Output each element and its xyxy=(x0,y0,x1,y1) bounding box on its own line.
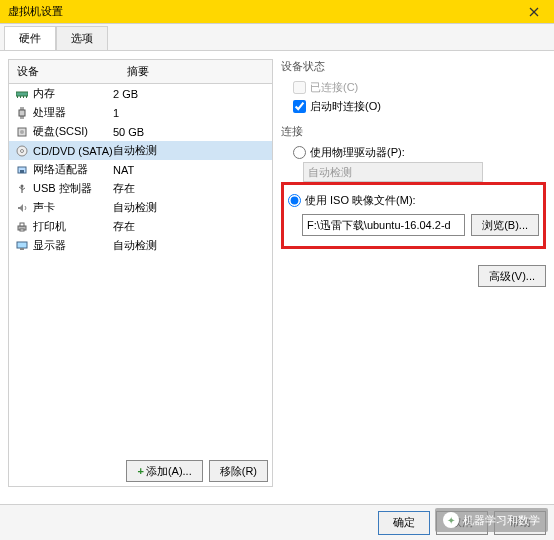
memory-icon xyxy=(15,88,29,100)
connect-on-power-row[interactable]: 启动时连接(O) xyxy=(281,97,546,116)
svg-rect-3 xyxy=(17,96,18,98)
device-name: 显示器 xyxy=(33,238,66,253)
col-summary: 摘要 xyxy=(119,60,272,83)
sound-icon xyxy=(15,202,29,214)
device-summary: 自动检测 xyxy=(113,143,266,158)
status-title: 设备状态 xyxy=(281,59,546,74)
svg-rect-17 xyxy=(20,170,24,173)
hardware-panel: 设备 摘要 内存2 GB处理器1硬盘(SCSI)50 GBCD/DVD (SAT… xyxy=(8,59,273,487)
device-name: CD/DVD (SATA) xyxy=(33,145,113,157)
svg-rect-5 xyxy=(23,96,24,98)
iso-path-input[interactable] xyxy=(302,214,465,236)
watermark: ✦ 机器学习和数学 xyxy=(435,508,548,532)
svg-rect-24 xyxy=(20,229,24,231)
ok-button[interactable]: 确定 xyxy=(378,511,430,535)
printer-icon xyxy=(15,221,29,233)
device-name: 处理器 xyxy=(33,105,66,120)
cpu-icon xyxy=(15,107,29,119)
connection-group: 连接 使用物理驱动器(P): 使用 ISO 映像文件(M): 浏览(B)... xyxy=(281,124,546,249)
svg-point-13 xyxy=(20,130,24,134)
hardware-header: 设备 摘要 xyxy=(9,60,272,84)
content-area: 设备 摘要 内存2 GB处理器1硬盘(SCSI)50 GBCD/DVD (SAT… xyxy=(0,51,554,495)
connected-checkbox-row: 已连接(C) xyxy=(281,78,546,97)
svg-rect-23 xyxy=(20,223,24,226)
device-summary: 存在 xyxy=(113,219,266,234)
connected-checkbox xyxy=(293,81,306,94)
iso-highlight-box: 使用 ISO 映像文件(M): 浏览(B)... xyxy=(281,182,546,249)
device-summary: 存在 xyxy=(113,181,266,196)
use-iso-radio[interactable] xyxy=(288,194,301,207)
hardware-row[interactable]: 硬盘(SCSI)50 GB xyxy=(9,122,272,141)
window-title: 虚拟机设置 xyxy=(8,4,63,19)
device-name: 网络适配器 xyxy=(33,162,88,177)
browse-button[interactable]: 浏览(B)... xyxy=(471,214,539,236)
tab-options[interactable]: 选项 xyxy=(56,26,108,50)
settings-panel: 设备状态 已连接(C) 启动时连接(O) 连接 使用物理驱动器(P): 使用 I… xyxy=(281,59,546,487)
nic-icon xyxy=(15,164,29,176)
titlebar: 虚拟机设置 xyxy=(0,0,554,24)
svg-rect-7 xyxy=(19,110,25,116)
col-device: 设备 xyxy=(9,60,119,83)
device-name: 打印机 xyxy=(33,219,66,234)
device-summary: 50 GB xyxy=(113,126,266,138)
hardware-row[interactable]: 声卡自动检测 xyxy=(9,198,272,217)
close-button[interactable] xyxy=(522,2,546,22)
hardware-row[interactable]: 处理器1 xyxy=(9,103,272,122)
cd-icon xyxy=(15,145,29,157)
device-name: 硬盘(SCSI) xyxy=(33,124,88,139)
hardware-row[interactable]: 显示器自动检测 xyxy=(9,236,272,255)
use-physical-radio[interactable] xyxy=(293,146,306,159)
hardware-buttons: +添加(A)... 移除(R) xyxy=(9,456,272,486)
device-summary: 自动检测 xyxy=(113,238,266,253)
use-iso-row[interactable]: 使用 ISO 映像文件(M): xyxy=(288,191,539,210)
connect-on-power-checkbox[interactable] xyxy=(293,100,306,113)
device-summary: 自动检测 xyxy=(113,200,266,215)
svg-point-15 xyxy=(21,149,24,152)
svg-rect-25 xyxy=(17,242,27,248)
svg-rect-26 xyxy=(20,248,24,250)
tab-hardware[interactable]: 硬件 xyxy=(4,26,56,50)
usb-icon xyxy=(15,183,29,195)
disk-icon xyxy=(15,126,29,138)
device-status-group: 设备状态 已连接(C) 启动时连接(O) xyxy=(281,59,546,116)
plus-icon: + xyxy=(137,465,143,477)
device-name: 内存 xyxy=(33,86,55,101)
add-button[interactable]: +添加(A)... xyxy=(126,460,202,482)
hardware-row[interactable]: USB 控制器存在 xyxy=(9,179,272,198)
display-icon xyxy=(15,240,29,252)
hardware-row[interactable]: 网络适配器NAT xyxy=(9,160,272,179)
remove-button[interactable]: 移除(R) xyxy=(209,460,268,482)
advanced-row: 高级(V)... xyxy=(281,265,546,287)
device-summary: NAT xyxy=(113,164,266,176)
connection-title: 连接 xyxy=(281,124,546,139)
use-physical-row[interactable]: 使用物理驱动器(P): xyxy=(281,143,546,162)
wechat-icon: ✦ xyxy=(443,512,459,528)
hardware-list: 内存2 GB处理器1硬盘(SCSI)50 GBCD/DVD (SATA)自动检测… xyxy=(9,84,272,456)
hardware-row[interactable]: 打印机存在 xyxy=(9,217,272,236)
physical-drive-select xyxy=(303,162,483,182)
advanced-button[interactable]: 高级(V)... xyxy=(478,265,546,287)
iso-controls: 浏览(B)... xyxy=(288,210,539,236)
device-summary: 1 xyxy=(113,107,266,119)
svg-rect-6 xyxy=(26,96,27,98)
device-summary: 2 GB xyxy=(113,88,266,100)
close-icon xyxy=(529,7,539,17)
device-name: USB 控制器 xyxy=(33,181,92,196)
hardware-row[interactable]: 内存2 GB xyxy=(9,84,272,103)
svg-rect-2 xyxy=(16,92,28,96)
svg-rect-4 xyxy=(20,96,21,98)
tab-bar: 硬件 选项 xyxy=(0,24,554,51)
device-name: 声卡 xyxy=(33,200,55,215)
hardware-row[interactable]: CD/DVD (SATA)自动检测 xyxy=(9,141,272,160)
